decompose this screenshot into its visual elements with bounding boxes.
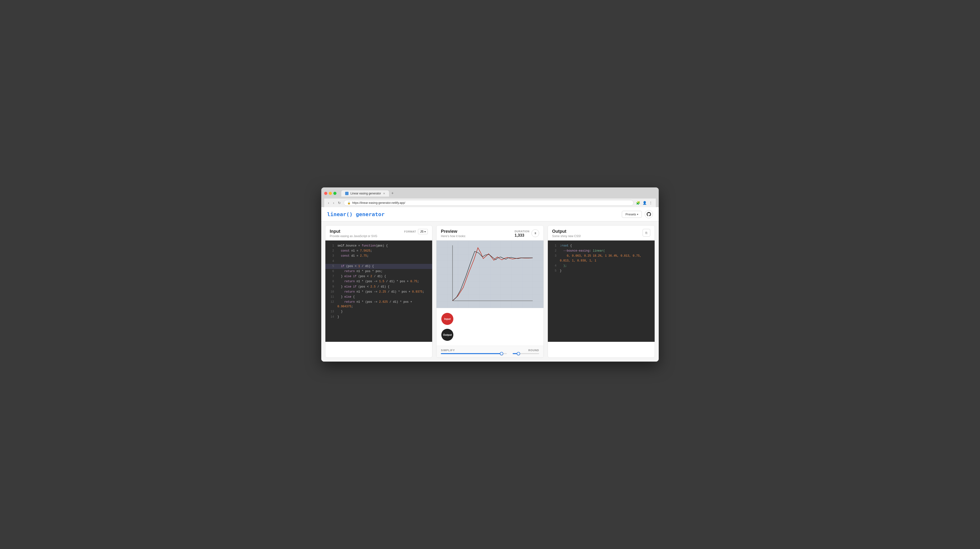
simplify-group: SIMPLIFY bbox=[441, 349, 507, 354]
simplify-thumb[interactable] bbox=[500, 352, 503, 355]
tab-title: Linear easing generator bbox=[350, 192, 381, 195]
duration-group: DURATION 1,333 bbox=[515, 229, 530, 238]
preview-panel-header: Preview Here's how it looks: DURATION 1,… bbox=[436, 225, 543, 241]
extensions-button[interactable]: 🧩 bbox=[636, 200, 641, 205]
output-panel: Output Some shiny new CSS! ⎘ 1 :root { 2… bbox=[547, 225, 655, 358]
refresh-button[interactable]: ↻ bbox=[337, 200, 342, 205]
round-track[interactable] bbox=[513, 353, 539, 354]
copy-icon: ⎘ bbox=[646, 231, 648, 235]
format-select[interactable]: JS ▾ bbox=[418, 229, 428, 234]
url-text: https://linear-easing-generator.netlify.… bbox=[352, 201, 405, 204]
round-thumb[interactable] bbox=[517, 352, 520, 355]
maximize-window-button[interactable] bbox=[333, 192, 336, 195]
lock-icon: 🔒 bbox=[347, 201, 351, 204]
code-line-4: 4 bbox=[325, 259, 432, 264]
browser-window: Linear easing generator ✕ + ‹ › ↻ 🔒 http… bbox=[321, 187, 659, 362]
main-panels: Input Provide easing as JavaScript or SV… bbox=[321, 222, 659, 362]
browser-actions: 🧩 👤 ⋮ bbox=[636, 200, 653, 205]
output-title-group: Output Some shiny new CSS! bbox=[552, 229, 581, 238]
preview-title-group: Preview Here's how it looks: bbox=[441, 229, 515, 238]
chevron-down-icon: ▾ bbox=[637, 213, 638, 215]
output-line-5: 5 } bbox=[548, 268, 655, 273]
output-code: 1 :root { 2 --bounce-easing: linear( 3 0… bbox=[548, 241, 655, 342]
presets-button[interactable]: Presets ▾ bbox=[622, 211, 642, 218]
pause-icon: ⏸ bbox=[534, 231, 537, 235]
code-line-12: 12 return n1 * (pos -= 2.625 / d1) * pos… bbox=[325, 300, 432, 309]
easing-curve-svg bbox=[436, 241, 543, 308]
preview-panel-subtitle: Here's how it looks: bbox=[441, 235, 515, 238]
tab-bar: Linear easing generator ✕ + bbox=[341, 190, 656, 196]
output-panel-subtitle: Some shiny new CSS! bbox=[552, 235, 581, 238]
simplify-label: SIMPLIFY bbox=[441, 349, 507, 352]
round-label: ROUND bbox=[513, 349, 539, 352]
output-line-4: 4 ); bbox=[548, 263, 655, 268]
code-line-5: 5 if (pos < 1 / d1) { bbox=[325, 264, 432, 269]
active-tab[interactable]: Linear easing generator ✕ bbox=[341, 190, 389, 196]
app-header: linear() generator Presets ▾ bbox=[321, 207, 659, 222]
code-line-1: 1 self.bounce = function(pos) { bbox=[325, 243, 432, 249]
preview-panel: Preview Here's how it looks: DURATION 1,… bbox=[436, 225, 544, 358]
output-ball-label: Output bbox=[443, 334, 452, 336]
input-panel-title-group: Input Provide easing as JavaScript or SV… bbox=[330, 229, 377, 238]
preview-panel-title: Preview bbox=[441, 229, 515, 234]
code-line-13: 13 } bbox=[325, 309, 432, 314]
browser-toolbar: ‹ › ↻ 🔒 https://linear-easing-generator.… bbox=[324, 198, 656, 207]
traffic-lights bbox=[324, 192, 336, 195]
output-panel-title: Output bbox=[552, 229, 581, 234]
output-line-2: 2 --bounce-easing: linear( bbox=[548, 249, 655, 254]
address-bar[interactable]: 🔒 https://linear-easing-generator.netlif… bbox=[344, 200, 634, 206]
browser-chrome: Linear easing generator ✕ + ‹ › ↻ 🔒 http… bbox=[321, 187, 659, 207]
code-line-10: 10 return n1 * (pos -= 2.25 / d1) * pos … bbox=[325, 289, 432, 295]
simplify-fill bbox=[441, 353, 501, 354]
animation-preview: Input Output bbox=[436, 308, 543, 346]
tab-close-button[interactable]: ✕ bbox=[383, 192, 385, 195]
code-line-9: 9 } else if (pos < 2.5 / d1) { bbox=[325, 284, 432, 289]
copy-button[interactable]: ⎘ bbox=[643, 229, 650, 237]
format-value: JS bbox=[420, 230, 423, 233]
code-line-2: 2 const n1 = 7.5625; bbox=[325, 249, 432, 254]
input-panel-title: Input bbox=[330, 229, 377, 234]
duration-value: 1,333 bbox=[515, 233, 530, 238]
tab-favicon bbox=[345, 192, 348, 195]
preview-controls: DURATION 1,333 ⏸ bbox=[515, 229, 539, 238]
code-line-8: 8 return n1 * (pos -= 1.5 / d1) * pos + … bbox=[325, 279, 432, 284]
github-button[interactable] bbox=[645, 210, 653, 218]
code-line-11: 11 } else { bbox=[325, 295, 432, 300]
input-panel-controls: FORMAT JS ▾ bbox=[404, 229, 428, 234]
output-line-3: 3 0, 0.063, 0.25 18.2%, 1 36.4%, 0.813, … bbox=[548, 254, 655, 263]
input-panel: Input Provide easing as JavaScript or SV… bbox=[325, 225, 433, 358]
github-icon bbox=[647, 212, 651, 216]
input-ball-label: Input bbox=[444, 318, 451, 320]
code-line-3: 3 const d1 = 2.75; bbox=[325, 254, 432, 259]
sliders-section: SIMPLIFY ROUND bbox=[436, 346, 543, 357]
chevron-down-icon: ▾ bbox=[425, 230, 426, 233]
input-panel-header: Input Provide easing as JavaScript or SV… bbox=[325, 225, 432, 241]
code-line-7: 7 } else if (pos < 2 / d1) { bbox=[325, 274, 432, 279]
minimize-window-button[interactable] bbox=[329, 192, 332, 195]
simplify-track[interactable] bbox=[441, 353, 507, 354]
profile-button[interactable]: 👤 bbox=[642, 200, 647, 205]
close-window-button[interactable] bbox=[324, 192, 327, 195]
format-label: FORMAT bbox=[404, 230, 416, 233]
code-line-6: 6 return n1 * pos * pos; bbox=[325, 269, 432, 274]
easing-graph bbox=[436, 241, 543, 308]
forward-button[interactable]: › bbox=[332, 200, 335, 205]
input-panel-subtitle: Provide easing as JavaScript or SVG bbox=[330, 235, 377, 238]
app-logo: linear() generator bbox=[327, 211, 385, 217]
duration-label: DURATION bbox=[515, 230, 530, 233]
back-button[interactable]: ‹ bbox=[327, 200, 330, 205]
presets-label: Presets bbox=[625, 212, 636, 216]
new-tab-button[interactable]: + bbox=[389, 190, 396, 196]
title-bar: Linear easing generator ✕ + bbox=[324, 190, 656, 196]
app-content: linear() generator Presets ▾ Inp bbox=[321, 207, 659, 362]
round-group: ROUND bbox=[513, 349, 539, 354]
play-pause-button[interactable]: ⏸ bbox=[531, 230, 539, 237]
output-line-1: 1 :root { bbox=[548, 243, 655, 249]
menu-button[interactable]: ⋮ bbox=[649, 200, 653, 205]
input-ball[interactable]: Input bbox=[441, 313, 453, 325]
code-line-14: 14 } bbox=[325, 314, 432, 319]
output-ball[interactable]: Output bbox=[441, 329, 453, 341]
output-panel-header: Output Some shiny new CSS! ⎘ bbox=[548, 225, 655, 241]
code-editor[interactable]: 1 self.bounce = function(pos) { 2 const … bbox=[325, 241, 432, 342]
header-right: Presets ▾ bbox=[622, 210, 653, 218]
